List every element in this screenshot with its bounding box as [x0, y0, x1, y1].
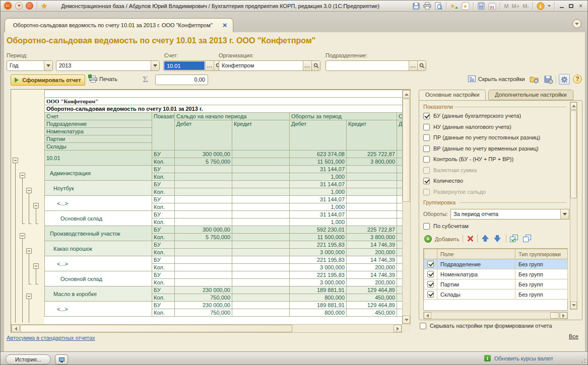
checkbox[interactable] — [423, 134, 430, 141]
account-input[interactable]: 10.01 ... — [163, 60, 223, 71]
add-button[interactable]: +Добавить — [424, 235, 460, 243]
scroll-thumb[interactable] — [570, 110, 577, 198]
grouping-row[interactable]: СкладыБез групп — [424, 289, 568, 300]
hide-settings-button[interactable]: Скрыть настройки — [468, 76, 525, 82]
tree-collapse-icon[interactable] — [26, 294, 32, 299]
checkbox[interactable] — [420, 323, 426, 329]
checkbox[interactable] — [423, 156, 430, 163]
indicator-checkbox-row[interactable]: ВР (данные по учету временных разниц) — [423, 145, 539, 154]
tree-collapse-icon[interactable] — [33, 263, 39, 269]
calendar-icon[interactable]: 31 — [488, 2, 496, 11]
indicator-checkbox-row[interactable]: БУ (данные бухгалтерского учета) — [423, 113, 521, 121]
checkbox[interactable] — [423, 189, 430, 195]
tree-collapse-icon[interactable] — [13, 158, 18, 163]
move-up-button[interactable] — [482, 235, 489, 242]
checkbox[interactable] — [423, 113, 430, 119]
ellipsis-button[interactable]: ... — [303, 61, 311, 70]
tab-additional-settings[interactable]: Дополнительные настройки — [488, 90, 573, 100]
department-input[interactable]: ... — [325, 60, 426, 71]
tab-close-icon[interactable]: × — [223, 22, 227, 28]
hide-settings-on-generate-checkbox[interactable]: Скрывать настройки при формировании отче… — [420, 323, 552, 331]
report-vertical-scrollbar[interactable] — [402, 90, 411, 324]
grouping-row[interactable]: ПартииБез групп — [424, 279, 568, 289]
grouping-horizontal-scrollbar[interactable] — [423, 312, 568, 319]
indicator-checkbox-row[interactable]: НУ (данные налогового учета) — [423, 124, 511, 132]
tree-collapse-icon[interactable] — [20, 233, 25, 239]
generate-report-button[interactable]: Сформировать отчет — [11, 75, 85, 86]
minimize-button[interactable] — [558, 3, 565, 10]
history-button[interactable]: История... — [6, 354, 51, 364]
grouping-row[interactable]: ПодразделениеБез групп — [424, 259, 568, 269]
check-all-button[interactable] — [510, 235, 519, 243]
checkbox[interactable] — [427, 281, 434, 287]
quick-access-button[interactable] — [26, 2, 33, 10]
load-settings-icon[interactable] — [530, 75, 540, 84]
scroll-left-arrow[interactable] — [12, 325, 20, 332]
favorites-star-icon[interactable]: ★ — [41, 2, 47, 11]
info-icon[interactable]: i — [537, 2, 545, 11]
checkbox[interactable] — [423, 167, 430, 174]
search-icon[interactable] — [417, 61, 426, 70]
print-button[interactable]: Печать — [89, 76, 117, 83]
settings-vertical-scrollbar[interactable] — [570, 102, 577, 310]
turnovers-select[interactable]: За период отчета — [450, 209, 569, 220]
add-favorite-icon[interactable]: ★ — [450, 2, 459, 11]
indicator-checkbox-row[interactable]: ПР (данные по учету постоянных разниц) — [423, 134, 540, 142]
tab-main-settings[interactable]: Основные настройки — [419, 90, 486, 100]
tree-collapse-icon[interactable] — [33, 203, 39, 208]
scroll-up-arrow[interactable] — [403, 90, 410, 98]
chevron-down-icon[interactable] — [560, 209, 569, 219]
help-button[interactable]: ? — [573, 75, 582, 84]
tree-collapse-icon[interactable] — [26, 248, 32, 254]
update-currency-rates-link[interactable]: Обновить курсы валют — [494, 355, 553, 361]
ellipsis-button[interactable]: ... — [409, 61, 417, 70]
tab-list-button[interactable] — [572, 19, 581, 28]
ellipsis-button[interactable]: ... — [205, 61, 214, 70]
checkbox[interactable] — [427, 291, 434, 298]
indicator-checkbox-row[interactable]: Развернутое сальдо — [423, 189, 486, 197]
autosum-field[interactable]: 0,00 — [155, 75, 208, 85]
scroll-right-arrow[interactable] — [560, 312, 567, 319]
favorites-list-icon[interactable]: ★ — [462, 2, 470, 11]
save-icon[interactable] — [412, 2, 420, 11]
print-preview-icon[interactable] — [434, 2, 442, 11]
calculator-icon[interactable] — [477, 2, 485, 11]
scroll-thumb[interactable] — [20, 325, 292, 332]
checkbox[interactable] — [423, 223, 430, 230]
checkbox[interactable] — [427, 271, 434, 277]
report-horizontal-scrollbar[interactable] — [11, 324, 402, 333]
checkbox[interactable] — [423, 145, 430, 152]
checkbox[interactable] — [423, 124, 430, 130]
checkbox[interactable] — [423, 178, 430, 184]
chevron-down-icon[interactable] — [44, 61, 52, 70]
scroll-up-arrow[interactable] — [570, 102, 577, 110]
delete-button[interactable] — [467, 235, 474, 242]
settings-gear-button[interactable] — [559, 74, 570, 85]
indicator-checkbox-row[interactable]: Валютная сумма — [423, 167, 477, 175]
resize-grip[interactable] — [579, 357, 585, 363]
scroll-down-arrow[interactable] — [570, 302, 577, 309]
scroll-down-arrow[interactable] — [403, 316, 410, 324]
by-subaccounts-checkbox[interactable]: По субсчетам — [423, 223, 469, 231]
grouping-row[interactable]: НоменклатураБез групп — [424, 269, 568, 279]
tab-report[interactable]: Оборотно-сальдовая ведомость по счету 10… — [5, 18, 233, 32]
search-icon[interactable] — [311, 61, 320, 70]
print-icon[interactable] — [423, 2, 431, 11]
scroll-thumb[interactable] — [550, 312, 559, 319]
uncheck-all-button[interactable] — [523, 235, 532, 243]
period-type-select[interactable]: Год — [7, 60, 53, 71]
info-dropdown-icon[interactable] — [548, 2, 551, 11]
tree-collapse-icon[interactable] — [20, 173, 25, 178]
indicator-checkbox-row[interactable]: Контроль (БУ - (НУ + ПР + ВР)) — [423, 156, 513, 164]
main-menu-button[interactable] — [15, 2, 23, 10]
indicator-checkbox-row[interactable]: Количество — [423, 178, 463, 186]
save-settings-icon[interactable] — [544, 75, 554, 84]
move-down-button[interactable] — [494, 235, 501, 242]
organization-input[interactable]: Конфетпром ... — [219, 60, 320, 71]
period-value-select[interactable]: 2013 — [56, 60, 160, 71]
scroll-right-arrow[interactable] — [394, 325, 402, 332]
scroll-left-arrow[interactable] — [424, 312, 431, 319]
checkbox[interactable] — [427, 261, 434, 267]
performance-button[interactable] — [55, 354, 68, 364]
all-link[interactable]: Все — [569, 333, 578, 339]
